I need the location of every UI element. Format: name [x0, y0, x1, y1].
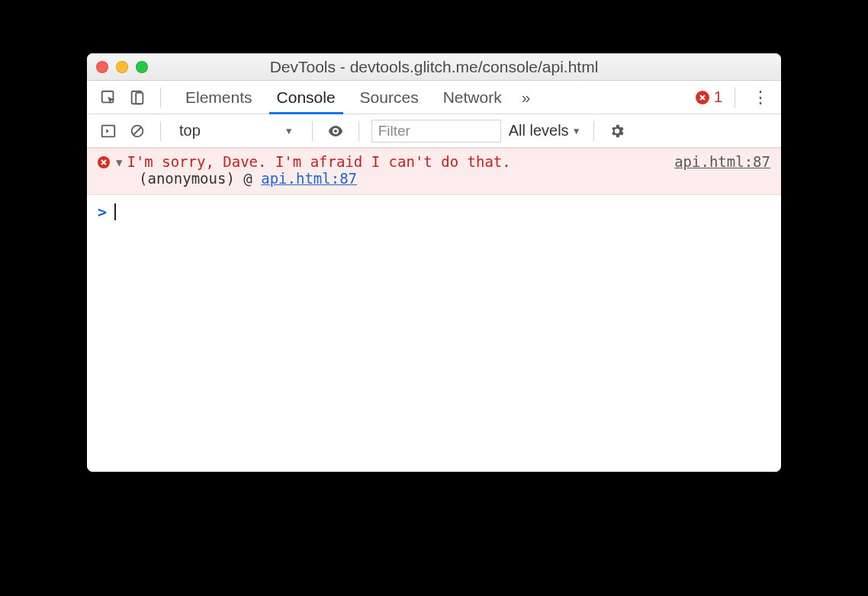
tab-console[interactable]: Console [265, 81, 348, 114]
stack-frame-name: (anonymous) [139, 170, 235, 187]
toolbar-divider [358, 121, 359, 141]
toolbar-divider [160, 88, 161, 107]
minimize-window-button[interactable] [116, 61, 128, 73]
error-count-value: 1 [714, 88, 722, 106]
error-source-link[interactable]: api.html:87 [674, 153, 770, 170]
devtools-window: DevTools - devtools.glitch.me/console/ap… [87, 53, 781, 472]
toolbar-divider [593, 121, 594, 141]
console-output: ▼ I'm sorry, Dave. I'm afraid I can't do… [87, 148, 781, 472]
svg-rect-0 [102, 91, 114, 102]
toolbar-divider [160, 121, 161, 141]
console-message-error: ▼ I'm sorry, Dave. I'm afraid I can't do… [87, 148, 781, 195]
stack-trace-line: (anonymous) @ api.html:87 [98, 170, 770, 187]
window-title: DevTools - devtools.glitch.me/console/ap… [87, 58, 781, 76]
toolbar-divider [312, 121, 313, 141]
close-window-button[interactable] [96, 61, 108, 73]
disclosure-triangle-icon[interactable]: ▼ [116, 156, 122, 168]
stack-frame-link[interactable]: api.html:87 [261, 170, 357, 187]
tab-elements[interactable]: Elements [173, 81, 265, 114]
tab-network[interactable]: Network [431, 81, 514, 114]
toolbar-divider [735, 88, 735, 107]
device-toolbar-icon[interactable] [127, 87, 148, 108]
zoom-window-button[interactable] [136, 61, 148, 73]
console-sidebar-toggle-icon[interactable] [98, 120, 119, 142]
text-cursor [114, 203, 116, 220]
titlebar: DevTools - devtools.glitch.me/console/ap… [87, 53, 781, 81]
traffic-lights [96, 61, 148, 73]
kebab-menu-icon[interactable]: ⋮ [747, 88, 773, 107]
panel-tabs: Elements Console Sources Network » [173, 81, 538, 114]
inspect-icon[interactable] [98, 87, 119, 108]
execution-context-select[interactable]: top ▼ [173, 120, 300, 141]
tabs-overflow-button[interactable]: » [514, 81, 538, 114]
main-toolbar: Elements Console Sources Network » 1 ⋮ [87, 81, 781, 114]
console-prompt[interactable]: > [87, 195, 781, 229]
chevron-down-icon: ▼ [285, 126, 294, 136]
error-icon [98, 156, 110, 168]
log-levels-label: All levels [509, 122, 569, 139]
tab-sources[interactable]: Sources [348, 81, 431, 114]
error-icon [696, 91, 709, 104]
filter-input[interactable] [371, 120, 501, 143]
svg-rect-2 [136, 92, 143, 104]
stack-at: @ [243, 170, 252, 187]
gear-icon[interactable] [606, 120, 628, 142]
chevron-down-icon: ▼ [572, 126, 581, 136]
prompt-caret-icon: > [98, 203, 107, 221]
error-message-text: I'm sorry, Dave. I'm afraid I can't do t… [127, 153, 510, 170]
clear-console-icon[interactable] [127, 120, 148, 142]
log-levels-select[interactable]: All levels ▼ [509, 122, 581, 139]
error-count-badge[interactable]: 1 [696, 88, 722, 106]
svg-point-5 [334, 130, 337, 133]
live-expression-icon[interactable] [325, 120, 346, 142]
execution-context-value: top [179, 122, 201, 139]
console-toolbar: top ▼ All levels ▼ [87, 114, 781, 148]
